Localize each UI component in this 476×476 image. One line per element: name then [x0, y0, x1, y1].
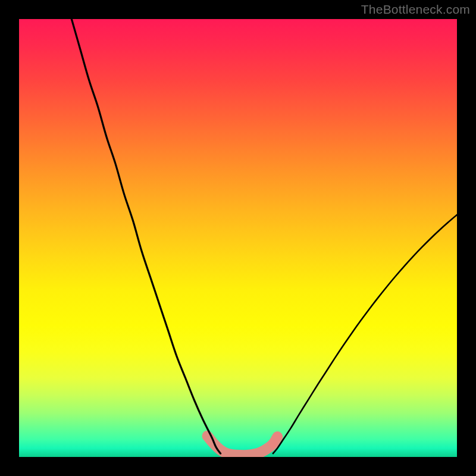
plot-area [19, 19, 457, 457]
svg-point-1 [273, 432, 282, 441]
right-curve [273, 215, 457, 453]
chart-frame: TheBottleneck.com [0, 0, 476, 476]
curves-svg [19, 19, 457, 457]
watermark-text: TheBottleneck.com [361, 2, 470, 17]
left-curve [71, 19, 220, 453]
